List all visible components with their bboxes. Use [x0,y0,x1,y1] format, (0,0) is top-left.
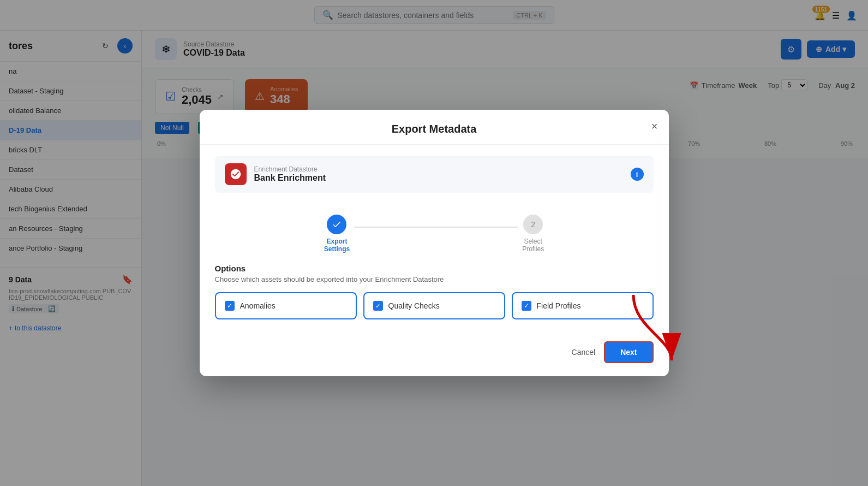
info-button[interactable]: i [631,168,644,181]
options-title: Options [215,264,654,273]
enrichment-left: Enrichment Datastore Bank Enrichment [225,163,326,185]
enrichment-ds-name: Bank Enrichment [254,173,326,183]
modal-close-button[interactable]: × [651,121,658,132]
step-1-label: ExportSettings [324,238,350,253]
step-1-export-settings: ExportSettings [324,215,350,253]
modal-overlay: Export Metadata × Enrichment Datastore B… [0,0,868,486]
step-line [354,227,518,228]
quality-checks-checkbox[interactable]: ✓ [373,301,383,311]
anomalies-checkbox[interactable]: ✓ [225,301,235,311]
cancel-button[interactable]: Cancel [572,348,596,357]
modal-footer: Cancel Next [200,333,669,376]
export-metadata-modal: Export Metadata × Enrichment Datastore B… [200,110,669,376]
enrichment-icon [225,163,247,185]
modal-header: Export Metadata × [200,110,669,145]
options-section: Options Choose which assets should be ex… [200,264,669,333]
options-subtitle: Choose which assets should be exported i… [215,275,654,283]
field-profiles-checkbox[interactable]: ✓ [522,301,531,311]
enrichment-banner: Enrichment Datastore Bank Enrichment i [215,156,654,193]
modal-title: Export Metadata [392,123,477,135]
step-1-circle [327,215,346,234]
field-profiles-label: Field Profiles [537,301,581,310]
option-field-profiles[interactable]: ✓ Field Profiles [512,292,654,319]
step-2-select-profiles: 2 SelectProfiles [522,215,544,253]
next-button[interactable]: Next [604,341,653,363]
step-2-circle: 2 [523,215,543,234]
enrichment-text: Enrichment Datastore Bank Enrichment [254,165,326,183]
option-quality-checks[interactable]: ✓ Quality Checks [363,292,505,319]
quality-checks-label: Quality Checks [388,301,440,310]
enrichment-ds-label: Enrichment Datastore [254,165,326,173]
stepper: ExportSettings 2 SelectProfiles [200,204,669,264]
option-anomalies[interactable]: ✓ Anomalies [215,292,357,319]
app-background: 🔍 CTRL + K 🔔 1151 ☰ 👤 tores ↻ ‹ n [0,0,868,486]
step-2-label: SelectProfiles [522,238,544,253]
anomalies-label: Anomalies [240,301,276,310]
options-grid: ✓ Anomalies ✓ Quality Checks ✓ Field Pro… [215,292,654,319]
